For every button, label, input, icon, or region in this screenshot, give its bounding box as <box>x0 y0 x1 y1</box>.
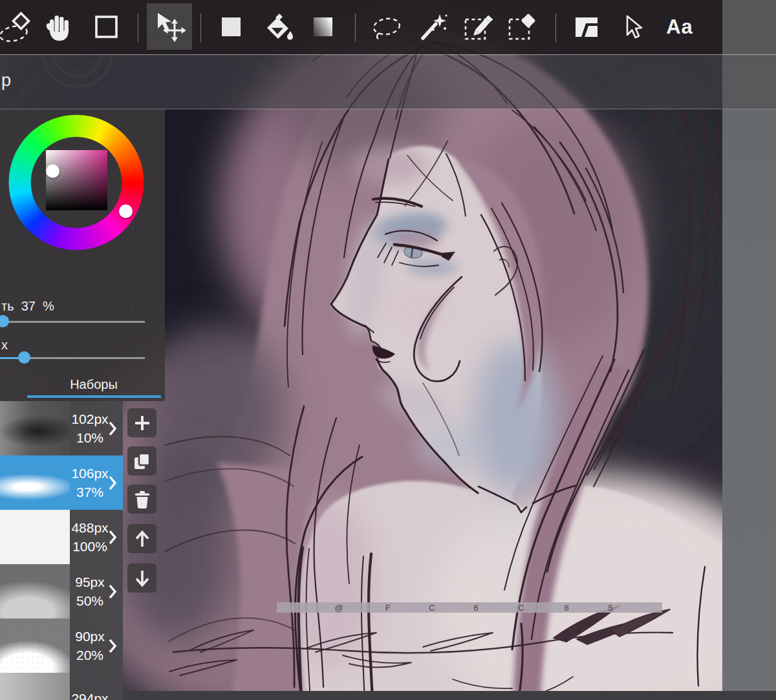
brush-opacity: 50% <box>76 593 103 609</box>
delete-brush-button[interactable] <box>127 485 156 514</box>
toolbar-divider <box>555 14 556 42</box>
tool-lasso[interactable] <box>364 0 409 54</box>
tool-select-pen[interactable] <box>457 0 502 54</box>
size-slider-handle[interactable] <box>18 351 30 364</box>
brush-size: 106px <box>71 466 108 481</box>
text-tool-label: Aa <box>666 16 693 39</box>
tool-rect-select[interactable] <box>84 0 129 54</box>
tool-snap-eraser[interactable] <box>0 0 40 54</box>
gradient-icon <box>312 16 334 38</box>
options-truncated-text: р <box>1 71 11 91</box>
opacity-slider-track[interactable] <box>0 321 145 323</box>
lasso-icon <box>370 14 404 40</box>
chevron-right-icon <box>109 639 117 653</box>
brush-size: 102px <box>71 411 108 427</box>
canvas-bottom-strip <box>123 691 776 700</box>
tab-sets-underline <box>27 395 161 398</box>
toolbar-divider <box>355 14 356 42</box>
sv-picker-handle[interactable] <box>46 164 59 178</box>
brush-opacity: 20% <box>76 648 103 663</box>
trash-icon <box>133 490 152 509</box>
eraser-lasso-icon <box>0 10 37 44</box>
opacity-label: ть 37 % <box>1 299 54 314</box>
chevron-right-icon <box>109 476 117 490</box>
brush-row[interactable]: 102px10% <box>0 401 123 455</box>
toolbar-divider <box>200 14 201 42</box>
chevron-right-icon <box>109 584 117 599</box>
workspace-gutter-top <box>722 0 776 54</box>
brush-row[interactable]: 488px100% <box>0 510 123 564</box>
tool-bucket-fill[interactable] <box>255 0 301 54</box>
chevron-right-icon <box>109 530 117 545</box>
rectangle-icon <box>94 14 120 40</box>
toolbar: Aa <box>0 0 722 54</box>
bucket-icon <box>262 12 294 42</box>
hue-picker-handle[interactable] <box>119 204 133 218</box>
brush-opacity: 100% <box>72 539 107 554</box>
arrow-down-icon <box>133 569 152 588</box>
tool-fill-rect[interactable] <box>209 0 254 54</box>
divide-canvas-icon <box>574 16 599 39</box>
hand-icon <box>44 13 72 41</box>
tool-gradient[interactable] <box>301 0 346 54</box>
tool-select-eraser[interactable] <box>501 0 546 54</box>
toolbar-divider <box>138 14 138 42</box>
add-brush-button[interactable] <box>127 408 156 437</box>
brush-preview <box>0 510 70 564</box>
brush-preview <box>0 401 70 455</box>
move-brush-down-button[interactable] <box>127 563 156 593</box>
brush-row-selected[interactable]: 106px37% <box>0 455 123 510</box>
tool-hand[interactable] <box>36 0 81 54</box>
move-icon <box>153 12 186 43</box>
arrow-up-icon <box>133 529 152 549</box>
brush-preview <box>0 564 70 618</box>
plus-icon <box>133 414 151 432</box>
tool-divide-canvas[interactable] <box>564 0 609 54</box>
brush-size: 488px <box>71 520 108 536</box>
select-eraser-icon <box>508 13 539 41</box>
duplicate-brush-button[interactable] <box>127 446 156 476</box>
pointer-icon <box>621 14 643 40</box>
brush-size: 95px <box>75 574 105 590</box>
color-panel: ть 37 % х Наборы <box>0 109 165 401</box>
size-label: х <box>1 338 8 353</box>
brush-row[interactable]: 294px <box>0 673 123 700</box>
brush-size: 90px <box>75 629 105 644</box>
size-slider-track[interactable] <box>25 357 145 359</box>
brush-preview <box>0 618 70 673</box>
tool-options-bar: р <box>0 55 722 109</box>
saturation-value-square[interactable] <box>46 150 107 210</box>
brush-list: 102px10% 106px37% 488px100% 95px50% 90px… <box>0 401 123 700</box>
brush-preview <box>0 673 70 700</box>
brush-preview <box>0 455 70 510</box>
brush-row[interactable]: 90px20% <box>0 618 123 673</box>
tool-move[interactable] <box>147 0 192 54</box>
select-pen-icon <box>464 13 495 41</box>
opacity-value: 37 <box>21 299 36 313</box>
tab-sets[interactable]: Наборы <box>27 377 161 392</box>
move-brush-up-button[interactable] <box>127 524 156 553</box>
brush-size: 294px <box>71 691 108 700</box>
paint-app: @ F C 6 C 8 5 <box>0 0 776 700</box>
tool-text[interactable]: Aa <box>657 0 702 54</box>
brush-opacity: 10% <box>76 430 103 446</box>
workspace-gutter <box>722 109 776 691</box>
chevron-right-icon <box>109 421 117 436</box>
filled-square-icon <box>221 16 242 38</box>
tool-pointer[interactable] <box>610 0 655 54</box>
magic-wand-icon <box>418 13 448 41</box>
duplicate-icon <box>133 452 152 471</box>
brush-row[interactable]: 95px50% <box>0 564 123 618</box>
brush-opacity: 37% <box>76 485 103 500</box>
tool-magic-wand[interactable] <box>411 0 456 54</box>
workspace-gutter-mid <box>722 55 776 109</box>
opacity-slider-handle[interactable] <box>0 315 9 327</box>
